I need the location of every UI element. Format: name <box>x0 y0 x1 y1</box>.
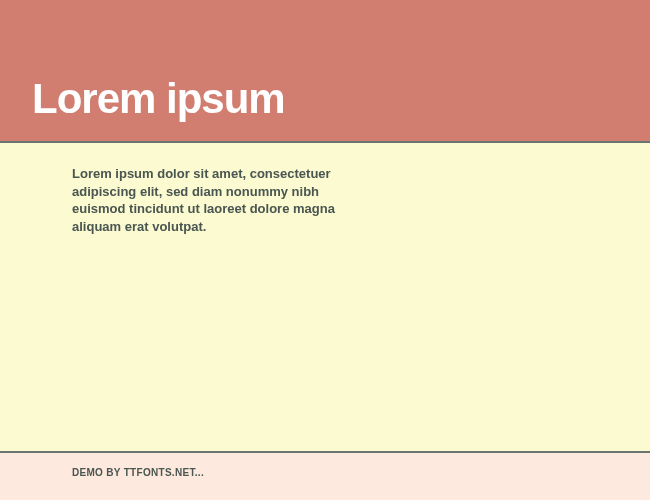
footer-text: DEMO BY TTFONTS.NET... <box>72 467 650 478</box>
header: Lorem ipsum <box>0 0 650 142</box>
main-content: Lorem ipsum dolor sit amet, consectetuer… <box>0 142 650 452</box>
page-title: Lorem ipsum <box>32 75 285 123</box>
footer: DEMO BY TTFONTS.NET... <box>0 452 650 500</box>
body-paragraph: Lorem ipsum dolor sit amet, consectetuer… <box>72 165 347 235</box>
